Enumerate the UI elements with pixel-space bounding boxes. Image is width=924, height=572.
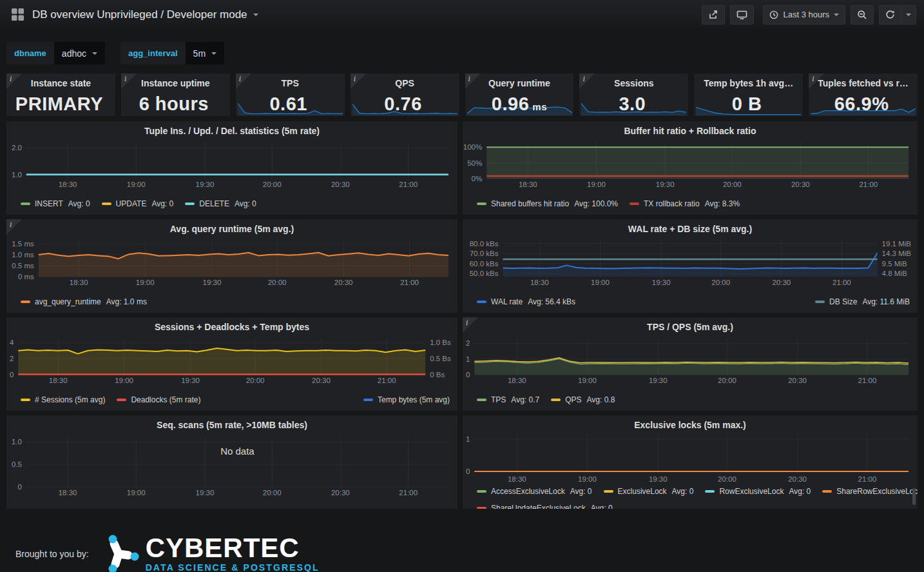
panel-title[interactable]: WAL rate + DB size (5m avg.) — [463, 219, 918, 237]
stat-title[interactable]: Instance uptime — [121, 74, 230, 88]
legend-item[interactable]: QPSAvg: 0.8 — [551, 393, 615, 407]
variable-dbname-label: dbname — [6, 42, 54, 64]
legend-scrollbar[interactable] — [912, 488, 916, 505]
svg-text:0.5: 0.5 — [12, 460, 22, 468]
legend-item[interactable]: DB SizeAvg: 11.6 MiB — [815, 295, 910, 309]
svg-text:1.0 Bs: 1.0 Bs — [430, 339, 451, 346]
legend-item[interactable]: TX rollback ratioAvg: 8.3% — [630, 197, 740, 211]
svg-text:2: 2 — [10, 355, 14, 362]
dashboard-title[interactable]: DB overview Unprivileged / Developer mod… — [32, 8, 258, 21]
panel-title[interactable]: TPS / QPS (5m avg.) — [463, 317, 918, 335]
info-icon[interactable]: i — [809, 74, 824, 89]
stat-value: 0 B — [694, 94, 803, 115]
stat-title[interactable]: Temp bytes 1h avg… — [694, 74, 803, 88]
svg-text:19:00: 19:00 — [578, 377, 597, 384]
chart-seq-scans[interactable]: 00.51.018:3019:0019:3020:0020:3021:00No … — [6, 433, 457, 498]
zoom-out-button[interactable] — [851, 5, 874, 25]
stat-title[interactable]: Sessions — [579, 74, 688, 88]
legend-item[interactable]: DELETEAvg: 0 — [185, 197, 256, 211]
stat-value: 66.9% — [809, 94, 918, 115]
legend-swatch — [477, 490, 486, 493]
legend-item[interactable]: AccessExclusiveLockAvg: 0 — [477, 484, 592, 498]
legend-swatch — [705, 490, 715, 493]
stat-title[interactable]: Tuples fetched vs r… — [809, 74, 918, 88]
clock-icon — [769, 10, 778, 19]
legend-swatch — [363, 399, 373, 401]
legend-item[interactable]: Shared buffers hit ratioAvg: 100.0% — [477, 197, 618, 211]
chart-wal-rate-db-size[interactable]: 50.0 kBs4.8 MiB60.0 kBs9.5 MiB70.0 kBs14… — [463, 237, 918, 288]
panel-title[interactable]: Tuple Ins. / Upd. / Del. statistics (5m … — [6, 121, 457, 139]
chart-sessions-deadlocks[interactable]: 00 Bs20.5 Bs41.0 Bs18:3019:0019:3020:002… — [6, 335, 457, 386]
legend-item[interactable]: ExclusiveLockAvg: 0 — [604, 484, 694, 498]
chart-tuple-statistics[interactable]: 1.02.018:3019:0019:3020:0020:3021:00 — [6, 139, 457, 190]
legend-item[interactable]: WAL rateAvg: 56.4 kBs — [477, 295, 575, 309]
chart-legend: # Sessions (5m avg)Deadlocks (5m rate)Te… — [6, 393, 457, 411]
info-icon[interactable]: i — [465, 74, 481, 89]
info-icon[interactable]: i — [6, 219, 22, 235]
svg-text:20:30: 20:30 — [788, 377, 807, 384]
legend-item[interactable]: Temp bytes (5m avg) — [363, 393, 450, 407]
legend-item[interactable]: RowExclusiveLockAvg: 0 — [705, 484, 811, 498]
legend-item[interactable]: ShareRowExclusiveLockAvg: 0 — [822, 484, 918, 498]
legend-item[interactable]: avg_query_runtimeAvg: 1.0 ms — [21, 295, 147, 309]
chevron-down-icon — [906, 14, 911, 16]
legend-item[interactable]: UPDATEAvg: 0 — [102, 197, 174, 211]
svg-text:20:00: 20:00 — [711, 279, 730, 286]
refresh-button[interactable] — [879, 5, 901, 25]
chart-avg-query-runtime[interactable]: 0 ms0.5 ms1.0 ms1.5 ms18:3019:0019:3020:… — [6, 237, 457, 288]
legend-item[interactable]: Deadlocks (5m rate) — [117, 393, 200, 407]
svg-text:20:30: 20:30 — [772, 279, 791, 286]
time-range-label: Last 3 hours — [783, 10, 829, 19]
svg-text:0: 0 — [466, 468, 470, 475]
stat-title[interactable]: Instance state — [6, 74, 115, 88]
apps-grid-icon — [12, 8, 24, 21]
info-icon[interactable]: i — [351, 74, 366, 89]
legend-item[interactable]: # Sessions (5m avg) — [21, 393, 105, 407]
panel-title[interactable]: Seq. scans (5m rate, >10MB tables) — [6, 415, 457, 433]
share-button[interactable] — [702, 5, 725, 25]
chart-buffer-hit-ratio[interactable]: 0%50%100%18:3019:0019:3020:0020:3021:00 — [463, 139, 918, 190]
chart-legend: Shared buffers hit ratioAvg: 100.0%TX ro… — [463, 197, 918, 215]
refresh-interval-dropdown[interactable] — [901, 5, 916, 25]
stat-title[interactable]: TPS — [236, 74, 345, 88]
info-icon[interactable]: i — [6, 74, 22, 89]
chart-exclusive-locks[interactable]: 0118:3019:0019:3020:0020:3021:00 — [463, 430, 918, 484]
info-icon[interactable]: i — [463, 317, 478, 333]
dashboard-grid-logo-icon[interactable] — [6, 4, 28, 26]
legend-item[interactable]: TPSAvg: 0.7 — [477, 393, 539, 407]
variable-agg-interval-label: agg_interval — [120, 42, 186, 64]
variable-agg-interval-select[interactable]: 5m — [186, 42, 224, 64]
cycle-view-button[interactable] — [730, 5, 754, 25]
time-picker-button[interactable]: Last 3 hours — [763, 5, 845, 25]
share-icon — [708, 10, 718, 20]
svg-text:20:00: 20:00 — [263, 181, 282, 188]
panel-title[interactable]: Avg. query runtime (5m avg.) — [6, 219, 457, 237]
legend-item[interactable]: INSERTAvg: 0 — [21, 197, 90, 211]
svg-text:20:30: 20:30 — [334, 279, 353, 286]
legend-swatch — [477, 399, 486, 401]
svg-text:70.0 kBs: 70.0 kBs — [470, 250, 499, 257]
stat-title[interactable]: Query runtime — [465, 74, 574, 88]
cybertec-brand-text: CYBERTEC — [146, 535, 320, 561]
panel-exclusive-locks: i Exclusive locks (5m max.) 0118:3019:00… — [463, 415, 918, 509]
svg-text:19:30: 19:30 — [203, 279, 222, 286]
panel-title[interactable]: Buffer hit ratio + Rollback ratio — [463, 121, 918, 139]
svg-text:18:30: 18:30 — [508, 377, 526, 384]
stat-value: 6 hours — [121, 94, 230, 115]
svg-text:19:30: 19:30 — [196, 181, 215, 188]
svg-text:21:00: 21:00 — [858, 475, 877, 483]
svg-text:19:30: 19:30 — [649, 377, 668, 384]
variable-dbname-select[interactable]: adhoc — [54, 42, 105, 64]
svg-text:0 Bs: 0 Bs — [430, 371, 445, 379]
panel-title[interactable]: Sessions + Deadlocks + Temp bytes — [6, 317, 457, 335]
legend-swatch — [604, 490, 613, 493]
stat-title[interactable]: QPS — [351, 74, 459, 88]
panel-title[interactable]: Exclusive locks (5m max.) — [463, 415, 918, 430]
info-icon[interactable]: i — [236, 74, 251, 89]
legend-item[interactable]: ShareUpdateExclusiveLockAvg: 0 — [477, 501, 613, 509]
stat-value: 0.96ms — [465, 94, 574, 115]
info-icon[interactable]: i — [579, 74, 595, 89]
svg-text:1: 1 — [466, 435, 470, 443]
chart-tps-qps[interactable]: 01218:3019:0019:3020:0020:3021:00 — [463, 335, 918, 386]
info-icon[interactable]: i — [121, 74, 137, 89]
